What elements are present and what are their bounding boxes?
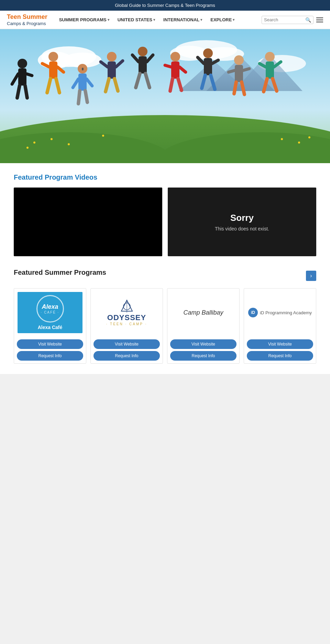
- svg-point-18: [102, 135, 104, 137]
- logo-line2: Camps & Programs: [7, 21, 47, 26]
- svg-point-14: [33, 142, 35, 144]
- svg-line-39: [78, 91, 80, 104]
- ballibay-name: Camp Ballibay: [183, 309, 223, 316]
- hero-image: [0, 29, 330, 163]
- main-nav: SUMMER PROGRAMS ▾ UNITED STATES ▾ INTERN…: [56, 15, 262, 24]
- svg-point-41: [107, 52, 117, 61]
- ballibay-logo-area: Camp Ballibay: [167, 289, 239, 337]
- svg-rect-66: [235, 65, 243, 82]
- nav-summer-programs[interactable]: SUMMER PROGRAMS ▾: [56, 15, 113, 24]
- logo-line1: Teen Summer: [7, 13, 47, 21]
- svg-rect-60: [204, 58, 212, 75]
- odyssey-actions: Visit Website Request Info: [91, 337, 163, 363]
- search-input[interactable]: [264, 17, 305, 22]
- videos-grid: Sorry This video does not exist.: [14, 188, 316, 256]
- ballibay-visit-button[interactable]: Visit Website: [170, 339, 236, 349]
- svg-line-67: [229, 70, 235, 72]
- id-actions: Visit Website Request Info: [244, 337, 316, 363]
- alexa-cafe-text: · CAFÉ ·: [41, 310, 59, 314]
- chevron-down-icon: ▾: [153, 18, 155, 22]
- chevron-down-icon: ▾: [200, 18, 202, 22]
- svg-line-68: [243, 69, 249, 70]
- id-circle-icon: iD: [248, 308, 258, 317]
- svg-rect-48: [139, 56, 147, 74]
- id-logo-area: iD iD Programming Academy: [244, 289, 316, 337]
- programs-header: Featured Summer Programs ›: [14, 269, 316, 283]
- svg-point-71: [265, 52, 275, 61]
- featured-videos-title: Featured Program Videos: [14, 173, 316, 181]
- search-button[interactable]: 🔍: [305, 17, 311, 23]
- svg-rect-72: [266, 61, 274, 79]
- video-player-1[interactable]: [14, 188, 162, 256]
- logo[interactable]: Teen Summer Camps & Programs: [7, 13, 47, 26]
- hero-svg: [0, 29, 330, 163]
- main-content: Featured Program Videos Sorry This video…: [0, 163, 330, 374]
- svg-rect-42: [108, 61, 116, 79]
- svg-point-16: [68, 143, 70, 145]
- alexa-logo-area: Alexa · CAFÉ · Alexa Café: [14, 289, 86, 337]
- alexa-logo: Alexa · CAFÉ · Alexa Café: [18, 292, 82, 333]
- svg-line-25: [26, 74, 32, 76]
- svg-point-15: [51, 138, 53, 140]
- svg-point-47: [138, 47, 147, 56]
- svg-rect-54: [171, 61, 179, 79]
- odyssey-request-button[interactable]: Request Info: [94, 351, 160, 361]
- svg-line-27: [25, 86, 27, 98]
- id-logo: iD iD Programming Academy: [248, 292, 312, 333]
- header: Teen Summer Camps & Programs SUMMER PROG…: [0, 11, 330, 29]
- sorry-subtitle: This video does not exist.: [215, 226, 269, 231]
- program-card-alexa: Alexa · CAFÉ · Alexa Café Visit Website …: [14, 288, 86, 364]
- svg-point-28: [48, 52, 58, 61]
- svg-point-53: [170, 52, 180, 61]
- svg-rect-35: [82, 68, 84, 70]
- svg-line-26: [17, 86, 20, 98]
- nav-international[interactable]: INTERNATIONAL ▾: [160, 15, 206, 24]
- program-card-odyssey: ODYSSEY · TEEN · CAMP · Visit Website Re…: [90, 288, 163, 364]
- next-programs-button[interactable]: ›: [306, 271, 316, 281]
- nav-explore[interactable]: EXPLORE ▾: [207, 15, 238, 24]
- svg-point-20: [298, 142, 300, 144]
- svg-point-59: [203, 48, 213, 58]
- alexa-name-text: Alexa: [42, 303, 58, 310]
- odyssey-logo: ODYSSEY · TEEN · CAMP ·: [94, 292, 159, 333]
- nav-united-states[interactable]: UNITED STATES ▾: [114, 15, 158, 24]
- odyssey-name: ODYSSEY: [107, 313, 146, 322]
- alexa-visit-button[interactable]: Visit Website: [17, 339, 83, 349]
- svg-point-17: [26, 147, 29, 149]
- svg-rect-23: [18, 68, 26, 86]
- program-card-ballibay: Camp Ballibay Visit Website Request Info: [167, 288, 240, 364]
- svg-point-65: [234, 55, 244, 65]
- svg-point-21: [308, 136, 310, 138]
- hamburger-menu-icon[interactable]: [316, 18, 323, 22]
- sorry-title: Sorry: [215, 213, 269, 223]
- id-visit-button[interactable]: Visit Website: [247, 339, 313, 349]
- odyssey-logo-area: ODYSSEY · TEEN · CAMP ·: [91, 289, 163, 337]
- svg-point-22: [18, 59, 27, 68]
- id-academy-text: iD Programming Academy: [260, 310, 312, 315]
- program-card-id: iD iD Programming Academy Visit Website …: [244, 288, 316, 364]
- chevron-down-icon: ▾: [233, 18, 234, 22]
- svg-line-69: [234, 82, 236, 94]
- alexa-subtitle-text: Alexa Café: [36, 325, 64, 330]
- svg-line-55: [165, 65, 171, 67]
- search-box: 🔍: [262, 16, 314, 24]
- top-bar-text: Global Guide to Summer Camps & Teen Prog…: [115, 3, 215, 8]
- ballibay-actions: Visit Website Request Info: [167, 337, 239, 363]
- video-player-2[interactable]: Sorry This video does not exist.: [168, 188, 316, 256]
- svg-point-19: [281, 138, 283, 140]
- odyssey-icon: [120, 300, 134, 313]
- odyssey-visit-button[interactable]: Visit Website: [94, 339, 160, 349]
- svg-line-57: [170, 79, 173, 91]
- alexa-request-button[interactable]: Request Info: [17, 351, 83, 361]
- odyssey-subtitle: · TEEN · CAMP ·: [106, 322, 147, 326]
- id-request-button[interactable]: Request Info: [247, 351, 313, 361]
- top-bar: Global Guide to Summer Camps & Teen Prog…: [0, 0, 330, 11]
- alexa-circle: Alexa · CAFÉ ·: [36, 295, 64, 323]
- svg-rect-36: [78, 74, 87, 91]
- featured-programs-title: Featured Summer Programs: [14, 269, 106, 276]
- ballibay-request-button[interactable]: Request Info: [170, 351, 236, 361]
- svg-line-40: [85, 91, 87, 102]
- chevron-down-icon: ▾: [108, 18, 109, 22]
- hero-background: [0, 29, 330, 163]
- alexa-actions: Visit Website Request Info: [14, 337, 86, 363]
